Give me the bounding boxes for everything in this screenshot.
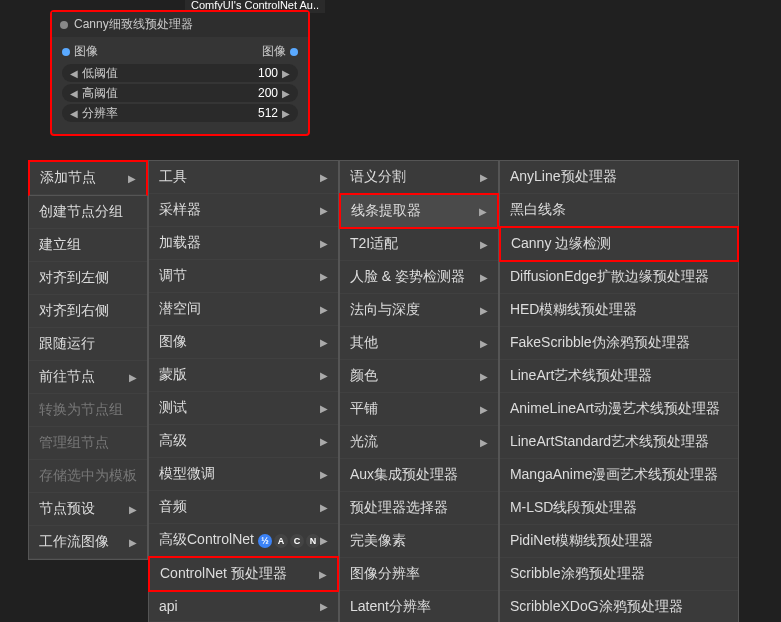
menu-item[interactable]: 跟随运行: [29, 328, 147, 361]
menu-item-label: 黑白线条: [510, 201, 566, 219]
menu-item[interactable]: 完美像素: [340, 525, 498, 558]
menu-item[interactable]: 对齐到左侧: [29, 262, 147, 295]
input-socket-icon[interactable]: [62, 48, 70, 56]
menu-item[interactable]: FakeScribble伪涂鸦预处理器: [500, 327, 738, 360]
menu-item[interactable]: LineArtStandard艺术线预处理器: [500, 426, 738, 459]
menu-item[interactable]: 建立组: [29, 229, 147, 262]
menu-item[interactable]: 图像分辨率: [340, 558, 498, 591]
increment-arrow-icon[interactable]: ▶: [282, 108, 290, 119]
menu-item[interactable]: 采样器▶: [149, 194, 338, 227]
menu-item[interactable]: Latent分辨率: [340, 591, 498, 622]
menu-item[interactable]: 测试▶: [149, 392, 338, 425]
menu-item[interactable]: 蒙版▶: [149, 359, 338, 392]
menu-item[interactable]: PidiNet模糊线预处理器: [500, 525, 738, 558]
menu-column-1-top: 添加节点 ▶: [28, 160, 148, 196]
chevron-right-icon: ▶: [320, 601, 328, 612]
chevron-right-icon: ▶: [320, 238, 328, 249]
chevron-right-icon: ▶: [480, 437, 488, 448]
menu-item[interactable]: ScribbleXDoG涂鸦预处理器: [500, 591, 738, 622]
menu-item[interactable]: LineArt艺术线预处理器: [500, 360, 738, 393]
widget-row[interactable]: ◀ 高阈值 200 ▶: [62, 84, 298, 102]
widget-row[interactable]: ◀ 低阈值 100 ▶: [62, 64, 298, 82]
menu-item[interactable]: 高级ControlNet ½ A C N ▶: [149, 524, 338, 557]
menu-item-label: Aux集成预处理器: [350, 466, 458, 484]
badge-icon: C: [290, 534, 304, 548]
menu-item[interactable]: 前往节点▶: [29, 361, 147, 394]
menu-item[interactable]: MangaAnime漫画艺术线预处理器: [500, 459, 738, 492]
menu-item-add-node[interactable]: 添加节点 ▶: [30, 162, 146, 195]
menu-item-label: 线条提取器: [351, 202, 421, 220]
menu-item[interactable]: 法向与深度▶: [340, 294, 498, 327]
menu-item[interactable]: 对齐到右侧: [29, 295, 147, 328]
chevron-right-icon: ▶: [480, 272, 488, 283]
menu-item[interactable]: 调节▶: [149, 260, 338, 293]
menu-item[interactable]: 其他▶: [340, 327, 498, 360]
menu-item[interactable]: 加载器▶: [149, 227, 338, 260]
badges: ½ A C N: [258, 534, 320, 548]
menu-item[interactable]: 图像▶: [149, 326, 338, 359]
menu-item[interactable]: HED模糊线预处理器: [500, 294, 738, 327]
menu-item-label: 跟随运行: [39, 335, 95, 353]
menu-item[interactable]: AnyLine预处理器: [500, 161, 738, 194]
menu-item[interactable]: 颜色▶: [340, 360, 498, 393]
chevron-right-icon: ▶: [480, 371, 488, 382]
menu-item-label: 节点预设: [39, 500, 95, 518]
menu-item[interactable]: api▶: [149, 591, 338, 622]
chevron-right-icon: ▶: [320, 502, 328, 513]
menu-item[interactable]: T2I适配▶: [340, 228, 498, 261]
menu-item-label: LineArtStandard艺术线预处理器: [510, 433, 709, 451]
menu-item[interactable]: 预处理器选择器: [340, 492, 498, 525]
menu-item[interactable]: Canny 边缘检测: [499, 226, 739, 262]
menu-item[interactable]: 线条提取器▶: [339, 193, 499, 229]
menu-item-label: 高级: [159, 432, 187, 450]
chevron-right-icon: ▶: [320, 337, 328, 348]
menu-item[interactable]: ControlNet 预处理器▶: [148, 556, 339, 592]
menu-item-label: 调节: [159, 267, 187, 285]
menu-item[interactable]: Scribble涂鸦预处理器: [500, 558, 738, 591]
menu-item-label: 颜色: [350, 367, 378, 385]
decrement-arrow-icon[interactable]: ◀: [70, 68, 78, 79]
menu-item-label: Latent分辨率: [350, 598, 431, 616]
menu-item-label: 存储选中为模板: [39, 467, 137, 485]
menu-item[interactable]: 工作流图像▶: [29, 526, 147, 559]
menu-item[interactable]: AnimeLineArt动漫艺术线预处理器: [500, 393, 738, 426]
node-title: Canny细致线预处理器: [74, 16, 193, 33]
menu-item[interactable]: 光流▶: [340, 426, 498, 459]
menu-item[interactable]: M-LSD线段预处理器: [500, 492, 738, 525]
decrement-arrow-icon[interactable]: ◀: [70, 108, 78, 119]
widget-label: 低阈值: [82, 65, 258, 82]
chevron-right-icon: ▶: [129, 372, 137, 383]
menu-item-label: 模型微调: [159, 465, 215, 483]
menu-item-label: 人脸 & 姿势检测器: [350, 268, 465, 286]
chevron-right-icon: ▶: [320, 370, 328, 381]
menu-item[interactable]: 语义分割▶: [340, 161, 498, 194]
menu-item[interactable]: 音频▶: [149, 491, 338, 524]
widget-row[interactable]: ◀ 分辨率 512 ▶: [62, 104, 298, 122]
menu-column-3: 语义分割▶线条提取器▶T2I适配▶人脸 & 姿势检测器▶法向与深度▶其他▶颜色▶…: [339, 160, 499, 622]
menu-item-label: 语义分割: [350, 168, 406, 186]
menu-item[interactable]: 人脸 & 姿势检测器▶: [340, 261, 498, 294]
menu-item[interactable]: DiffusionEdge扩散边缘预处理器: [500, 261, 738, 294]
menu-item[interactable]: 节点预设▶: [29, 493, 147, 526]
node-input[interactable]: 图像: [62, 43, 98, 60]
menu-item[interactable]: 工具▶: [149, 161, 338, 194]
menu-item[interactable]: 潜空间▶: [149, 293, 338, 326]
increment-arrow-icon[interactable]: ▶: [282, 68, 290, 79]
output-socket-icon[interactable]: [290, 48, 298, 56]
node-output[interactable]: 图像: [262, 43, 298, 60]
increment-arrow-icon[interactable]: ▶: [282, 88, 290, 99]
menu-item-label: 其他: [350, 334, 378, 352]
menu-item[interactable]: 黑白线条: [500, 194, 738, 227]
menu-item[interactable]: 创建节点分组: [29, 196, 147, 229]
decrement-arrow-icon[interactable]: ◀: [70, 88, 78, 99]
chevron-right-icon: ▶: [480, 239, 488, 250]
menu-item-label: 前往节点: [39, 368, 95, 386]
canny-node-panel[interactable]: Canny细致线预处理器 图像 图像 ◀ 低阈值 100 ▶ ◀ 高阈值 200…: [50, 10, 310, 136]
menu-item-label: 测试: [159, 399, 187, 417]
menu-item[interactable]: Aux集成预处理器: [340, 459, 498, 492]
menu-item[interactable]: 高级▶: [149, 425, 338, 458]
menu-item[interactable]: 模型微调▶: [149, 458, 338, 491]
node-header[interactable]: Canny细致线预处理器: [52, 12, 308, 37]
menu-item-label: 添加节点: [40, 169, 96, 187]
menu-item[interactable]: 平铺▶: [340, 393, 498, 426]
